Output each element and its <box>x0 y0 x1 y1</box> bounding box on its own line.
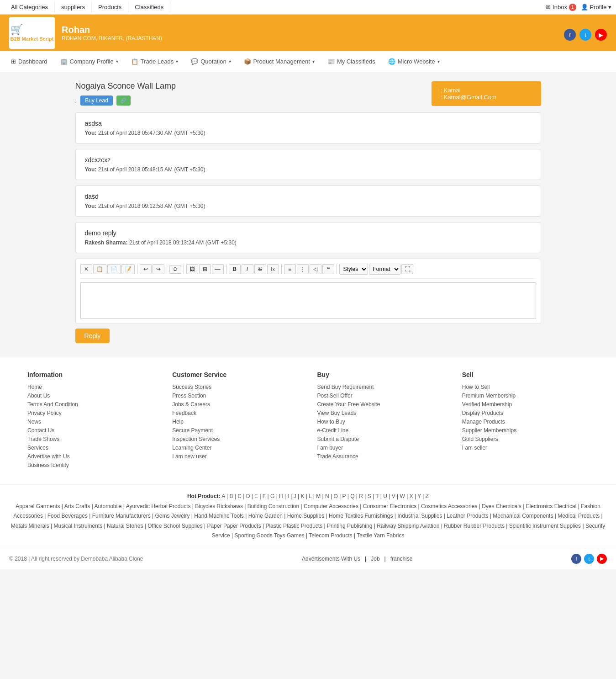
footer-link-verified[interactable]: Verified Membership <box>462 401 589 408</box>
toolbar-hr[interactable]: — <box>212 264 224 274</box>
styles-select[interactable]: Styles <box>339 264 368 275</box>
hp-medical[interactable]: Medical Products <box>558 513 600 519</box>
hp-home-supplies[interactable]: Home Supplies <box>287 513 324 519</box>
nav-company-profile[interactable]: 🏢 Company Profile ▾ <box>54 53 125 70</box>
toolbar-image[interactable]: 🖼 <box>186 264 198 274</box>
footer-youtube-icon[interactable]: ▶ <box>597 554 607 564</box>
hp-consumer[interactable]: Consumer Electronics <box>363 503 416 509</box>
footer-link-contact[interactable]: Contact Us <box>27 427 154 434</box>
footer-link-privacy[interactable]: Privacy Policy <box>27 410 154 416</box>
hp-cosmetics[interactable]: Cosmetics Accessories <box>421 503 477 509</box>
toolbar-copy[interactable]: 📋 <box>93 264 106 274</box>
hp-food[interactable]: Food Beverages <box>47 513 88 519</box>
nav-micro-website[interactable]: 🌐 Micro Website ▾ <box>382 53 446 70</box>
hp-railway[interactable]: Railway Shipping Aviation <box>377 523 439 529</box>
hp-mechanical[interactable]: Mechanical Components <box>493 513 553 519</box>
hp-office[interactable]: Office School Supplies <box>147 523 203 529</box>
hp-computer[interactable]: Computer Accessories <box>304 503 358 509</box>
hp-leather[interactable]: Leather Products <box>447 513 488 519</box>
hp-paper[interactable]: Paper Paper Products <box>207 523 261 529</box>
footer-link-feedback[interactable]: Feedback <box>172 410 299 416</box>
buy-lead-button[interactable]: Buy Lead <box>80 95 113 106</box>
toolbar-table[interactable]: ⊞ <box>199 264 211 274</box>
footer-ads-link[interactable]: Advertisements With Us <box>302 556 360 562</box>
hp-hand[interactable]: Hand Machine Tools <box>194 513 244 519</box>
footer-job-link[interactable]: Job <box>371 556 379 562</box>
footer-link-secure[interactable]: Secure Payment <box>172 427 299 434</box>
toolbar-blockquote[interactable]: ❝ <box>322 264 334 274</box>
footer-link-services[interactable]: Services <box>27 445 154 451</box>
hp-electronics[interactable]: Electronics Electrical <box>526 503 577 509</box>
footer-link-advertise[interactable]: Advertise with Us <box>27 453 154 460</box>
footer-link-learning[interactable]: Learning Center <box>172 445 299 451</box>
format-select[interactable]: Format <box>369 264 400 275</box>
footer-link-trade-shows[interactable]: Trade Shows <box>27 436 154 442</box>
footer-link-view-leads[interactable]: View Buy Leads <box>317 410 444 416</box>
hp-industrial[interactable]: Industrial Supplies <box>397 513 442 519</box>
footer-link-home[interactable]: Home <box>27 384 154 390</box>
footer-link-assurance[interactable]: Trade Assurance <box>317 453 444 460</box>
hp-building[interactable]: Building Construction <box>247 503 299 509</box>
hp-telecom[interactable]: Telecom Products <box>309 532 352 539</box>
footer-link-how-to-buy[interactable]: How to Buy <box>317 419 444 425</box>
toolbar-paste-word[interactable]: 📝 <box>121 264 135 274</box>
footer-link-create-website[interactable]: Create Your Free Website <box>317 401 444 408</box>
hp-rubber[interactable]: Rubber Rubber Products <box>444 523 505 529</box>
hp-dyes[interactable]: Dyes Chemicals <box>482 503 521 509</box>
nav-trade-leads[interactable]: 📋 Trade Leads ▾ <box>125 53 185 70</box>
footer-link-business[interactable]: Business Identity <box>27 462 154 468</box>
hp-apparel[interactable]: Apparel Garments <box>16 503 60 509</box>
hp-musical[interactable]: Musical Instruments <box>54 523 103 529</box>
footer-franchise-link[interactable]: franchise <box>390 556 413 562</box>
hp-furniture[interactable]: Furniture Manufacturers <box>92 513 151 519</box>
footer-link-success[interactable]: Success Stories <box>172 384 299 390</box>
facebook-icon[interactable]: f <box>564 29 576 41</box>
hp-home-garden[interactable]: Home Garden <box>248 513 283 519</box>
twitter-icon[interactable]: t <box>579 29 591 41</box>
hp-metals[interactable]: Metals Minerals <box>11 523 49 529</box>
editor-area[interactable] <box>80 282 536 319</box>
footer-link-post-sell[interactable]: Post Sell Offer <box>317 393 444 399</box>
footer-facebook-icon[interactable]: f <box>571 554 581 564</box>
inbox-button[interactable]: ✉ Inbox 1 <box>546 4 576 11</box>
toolbar-strikethrough[interactable]: S <box>254 264 266 274</box>
hp-bicycles[interactable]: Bicycles Rickshaws <box>195 503 243 509</box>
footer-link-ecredit[interactable]: e-Credit Line <box>317 427 444 434</box>
toolbar-paste[interactable]: 📄 <box>107 264 121 274</box>
hp-ayurvedic[interactable]: Ayurvedic Herbal Products <box>126 503 191 509</box>
hp-home-textiles[interactable]: Home Textiles Furnishings <box>329 513 393 519</box>
hp-natural[interactable]: Natural Stones <box>107 523 143 529</box>
toolbar-redo[interactable]: ↪ <box>153 264 164 274</box>
profile-button[interactable]: 👤 Profile ▾ <box>581 4 611 11</box>
toolbar-list-ol[interactable]: ⋮ <box>297 264 309 274</box>
footer-link-buyer[interactable]: I am buyer <box>317 445 444 451</box>
footer-twitter-icon[interactable]: t <box>584 554 594 564</box>
hp-sporting[interactable]: Sporting Goods Toys Games <box>234 532 304 539</box>
toolbar-undo[interactable]: ↩ <box>140 264 152 274</box>
footer-link-press[interactable]: Press Section <box>172 393 299 399</box>
toolbar-list-ul[interactable]: ≡ <box>284 264 296 274</box>
top-nav-suppliers[interactable]: suppliers <box>55 1 92 13</box>
hp-gems[interactable]: Gems Jewelry <box>155 513 190 519</box>
nav-dashboard[interactable]: ⊞ Dashboard <box>5 53 54 70</box>
footer-link-premium[interactable]: Premium Membership <box>462 393 589 399</box>
toolbar-bold[interactable]: B <box>229 264 241 274</box>
nav-quotation[interactable]: 💬 Quotation ▾ <box>184 53 237 70</box>
footer-link-seller[interactable]: I am seller <box>462 445 589 451</box>
footer-link-inspection[interactable]: Inspection Services <box>172 436 299 442</box>
reply-button[interactable]: Reply <box>75 329 110 343</box>
footer-link-terms[interactable]: Terms And Condition <box>27 401 154 408</box>
footer-link-how-sell[interactable]: How to Sell <box>462 384 589 390</box>
footer-link-gold[interactable]: Gold Suppliers <box>462 436 589 442</box>
footer-link-new-user[interactable]: I am new user <box>172 453 299 460</box>
hp-arts[interactable]: Arts Crafts <box>64 503 90 509</box>
youtube-icon[interactable]: ▶ <box>595 29 607 41</box>
toolbar-subscript[interactable]: Ix <box>267 264 279 274</box>
top-nav-all-categories[interactable]: All Categories <box>5 1 55 13</box>
hp-textile[interactable]: Textile Yarn Fabrics <box>357 532 404 539</box>
link-button[interactable]: 🔗 <box>116 95 131 106</box>
nav-my-classifieds[interactable]: 📰 My Classifieds <box>321 53 382 70</box>
hp-scientific[interactable]: Scientific Instrument Supplies <box>509 523 581 529</box>
toolbar-italic[interactable]: I <box>242 264 253 274</box>
footer-link-news[interactable]: News <box>27 419 154 425</box>
